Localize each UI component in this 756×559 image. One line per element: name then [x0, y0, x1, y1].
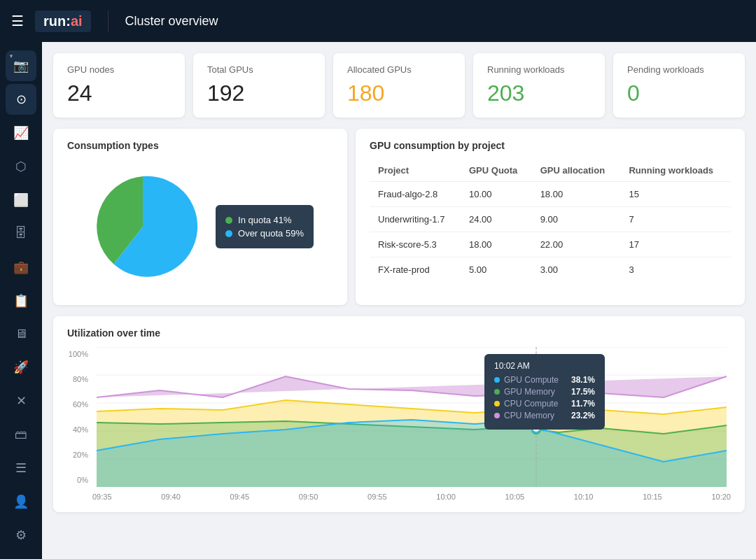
sidebar-item-nodes[interactable]: 🖥 [6, 319, 36, 350]
cell-allocation: 9.00 [532, 207, 621, 232]
sidebar-item-settings[interactable]: ⚙ [6, 520, 36, 551]
table-row: FX-rate-prod 5.00 3.00 3 [370, 257, 731, 283]
cell-quota: 24.00 [461, 207, 532, 232]
col-workloads: Running workloads [620, 160, 731, 182]
cell-quota: 18.00 [461, 232, 532, 257]
cell-project: Fraud-algo-2.8 [370, 182, 461, 207]
pie-chart [87, 171, 199, 283]
utilization-title: Utilization over time [67, 327, 731, 339]
cell-workloads: 7 [620, 207, 731, 232]
x-label-1010: 10:10 [574, 493, 594, 501]
x-label-1000: 10:00 [436, 493, 456, 501]
utilization-card: Utilization over time 100% 80% 60% 40% 2… [53, 316, 745, 512]
cell-workloads: 15 [620, 182, 731, 207]
cell-allocation: 3.00 [532, 257, 621, 283]
sidebar-item-jobs[interactable]: 💼 [6, 252, 36, 283]
table-row: Underwriting-1.7 24.00 9.00 7 [370, 207, 731, 232]
x-label-0945: 09:45 [230, 493, 250, 501]
y-label-80: 80% [67, 375, 88, 383]
stat-running-workloads-value: 203 [487, 80, 591, 106]
x-label-1020: 10:20 [711, 493, 731, 501]
y-label-100: 100% [67, 350, 88, 358]
hamburger-icon[interactable]: ☰ [11, 13, 24, 29]
legend-in-quota: In quota 41% [225, 215, 304, 225]
utilization-chart [92, 347, 731, 487]
project-card-title: GPU consumption by project [370, 140, 731, 151]
sidebar-item-camera[interactable]: 📷 [6, 50, 36, 81]
x-label-0935: 09:35 [92, 493, 112, 501]
stat-allocated-gpus-label: Allocated GPUs [347, 64, 451, 75]
x-label-0950: 09:50 [299, 493, 318, 501]
col-quota: GPU Quota [461, 160, 532, 182]
project-table: Project GPU Quota GPU allocation Running… [370, 160, 731, 282]
cell-project: Risk-score-5.3 [370, 232, 461, 257]
x-label-0955: 09:55 [368, 493, 387, 501]
col-project: Project [370, 160, 461, 182]
stat-gpu-nodes-label: GPU nodes [67, 64, 171, 75]
sidebar-item-deploy[interactable]: 🚀 [6, 352, 36, 383]
x-axis: 09:35 09:40 09:45 09:50 09:55 10:00 10:0… [67, 490, 731, 501]
table-row: Fraud-algo-2.8 10.00 18.00 15 [370, 182, 731, 207]
y-axis: 100% 80% 60% 40% 20% 0% [67, 347, 92, 487]
stat-gpu-nodes: GPU nodes 24 [53, 53, 185, 118]
y-label-0: 0% [67, 476, 88, 484]
stat-total-gpus: Total GPUs 192 [193, 53, 325, 118]
project-card: GPU consumption by project Project GPU Q… [356, 129, 745, 305]
cell-project: FX-rate-prod [370, 257, 461, 283]
consumption-card: Consumption types In quota 41% [53, 129, 347, 305]
sidebar-item-analytics[interactable]: 📈 [6, 118, 36, 148]
cell-workloads: 17 [620, 232, 731, 257]
sidebar-item-storage[interactable]: 🗄 [6, 218, 36, 249]
sidebar-item-workloads[interactable]: ⬜ [6, 185, 36, 215]
sidebar-item-experiments[interactable]: ✕ [6, 385, 36, 416]
stat-total-gpus-label: Total GPUs [207, 64, 311, 75]
layout: 📷 ⊙ 📈 ⬡ ⬜ 🗄 💼 📋 🖥 🚀 ✕ 🗃 ☰ 👤 ⚙ GPU nodes … [0, 42, 756, 559]
stat-pending-workloads-value: 0 [627, 80, 731, 106]
svg-point-12 [532, 409, 540, 417]
stats-row: GPU nodes 24 Total GPUs 192 Allocated GP… [53, 53, 745, 118]
stat-running-workloads: Running workloads 203 [473, 53, 605, 118]
main-content: GPU nodes 24 Total GPUs 192 Allocated GP… [42, 42, 756, 559]
stat-running-workloads-label: Running workloads [487, 64, 591, 75]
nav-divider [108, 10, 108, 31]
table-header-row: Project GPU Quota GPU allocation Running… [370, 160, 731, 182]
sidebar-item-database[interactable]: 🗃 [6, 419, 36, 450]
logo: run:ai [35, 10, 91, 32]
y-label-40: 40% [67, 425, 88, 434]
stat-pending-workloads-label: Pending workloads [627, 64, 731, 75]
stat-allocated-gpus-value: 180 [347, 80, 451, 106]
stat-allocated-gpus: Allocated GPUs 180 [333, 53, 465, 118]
sidebar-item-dashboard[interactable]: ⊙ [6, 84, 36, 115]
cell-quota: 5.00 [461, 257, 532, 283]
table-row: Risk-score-5.3 18.00 22.00 17 [370, 232, 731, 257]
consumption-title: Consumption types [67, 140, 333, 151]
over-quota-dot [225, 230, 232, 237]
x-label-1015: 10:15 [643, 493, 662, 501]
sidebar-item-topology[interactable]: ⬡ [6, 151, 36, 182]
x-label-1005: 10:05 [505, 493, 525, 501]
sidebar-item-models[interactable]: 📋 [6, 285, 36, 316]
stat-gpu-nodes-value: 24 [67, 80, 171, 106]
top-nav: ☰ run:ai Cluster overview [0, 0, 756, 42]
chart-container: 10:02 AM GPU Compute 38.1% GPU Memory 17… [92, 347, 731, 490]
cell-quota: 10.00 [461, 182, 532, 207]
in-quota-dot [225, 217, 232, 224]
sidebar-item-menu2[interactable]: ☰ [6, 453, 36, 483]
page-title: Cluster overview [125, 14, 218, 29]
cell-project: Underwriting-1.7 [370, 207, 461, 232]
y-label-60: 60% [67, 400, 88, 409]
in-quota-label: In quota 41% [238, 215, 292, 225]
stat-total-gpus-value: 192 [207, 80, 311, 106]
cell-allocation: 22.00 [532, 232, 621, 257]
pie-container: In quota 41% Over quota 59% [67, 160, 333, 294]
col-allocation: GPU allocation [532, 160, 621, 182]
over-quota-label: Over quota 59% [238, 228, 304, 239]
sidebar-item-user[interactable]: 👤 [6, 486, 36, 517]
stat-pending-workloads: Pending workloads 0 [613, 53, 745, 118]
legend-over-quota: Over quota 59% [225, 228, 304, 239]
x-label-0940: 09:40 [161, 493, 181, 501]
cell-allocation: 18.00 [532, 182, 621, 207]
svg-point-14 [532, 424, 540, 432]
logo-text: run:ai [43, 13, 83, 29]
cell-workloads: 3 [620, 257, 731, 283]
